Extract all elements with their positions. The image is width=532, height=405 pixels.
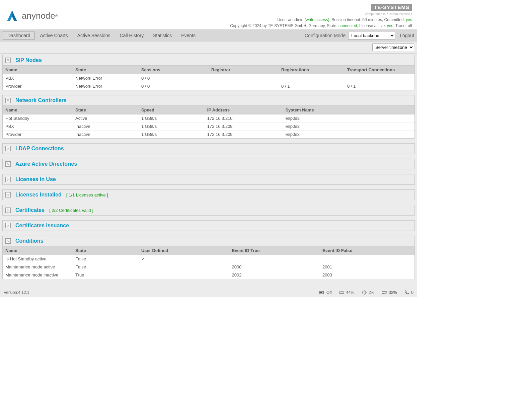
panel-header-cert-iss[interactable]: ▷ Certificates Issuance bbox=[3, 221, 414, 231]
table-row[interactable]: Hot StandbyActive1 GBit/s172.16.3.210enp… bbox=[3, 114, 414, 123]
col-state: State bbox=[73, 246, 139, 255]
panel-azure: ▷ Azure Active Directories bbox=[2, 159, 415, 169]
table-row[interactable]: PBXNetwork Error0 / 0 bbox=[3, 74, 414, 82]
panel-title: Certificates bbox=[15, 207, 45, 213]
cell-event-false: 2001 bbox=[320, 263, 414, 271]
timezone-select[interactable]: Server timezone bbox=[372, 44, 414, 51]
svg-rect-2 bbox=[320, 292, 322, 293]
col-name: Name bbox=[3, 106, 73, 114]
nav-bar: Dashboard Active Charts Active Sessions … bbox=[0, 29, 417, 42]
expand-icon[interactable]: ▷ bbox=[5, 208, 11, 213]
panel-header-ldap[interactable]: ▷ LDAP Connections bbox=[3, 144, 414, 154]
version-label: Version: bbox=[4, 290, 18, 295]
expand-icon[interactable]: ▷ bbox=[5, 146, 11, 151]
col-userdef: User Defined bbox=[139, 246, 229, 255]
session-line: User: anadmin (write access), Session ti… bbox=[230, 17, 412, 22]
nav-active-sessions[interactable]: Active Sessions bbox=[73, 31, 115, 39]
panel-header-sip[interactable]: ▽ SIP Nodes bbox=[3, 55, 414, 66]
cell-transport bbox=[345, 74, 414, 82]
panel-licenses-installed: ▷ Licenses Installed [ 1/1 Licenses acti… bbox=[2, 189, 415, 200]
svg-rect-10 bbox=[382, 292, 386, 293]
cell-state: Active bbox=[73, 114, 139, 123]
cell-ip: 172.16.3.210 bbox=[205, 114, 283, 123]
table-row[interactable]: ProviderInactive1 GBit/s172.16.3.209enp0… bbox=[3, 131, 414, 139]
table-row[interactable]: Maintenance mode inactiveTrue20022003 bbox=[3, 271, 414, 279]
cell-event-true bbox=[229, 255, 320, 263]
panel-header-conditions[interactable]: ▽ Conditions bbox=[3, 236, 414, 246]
nav-events[interactable]: Events bbox=[177, 31, 200, 39]
panel-title: Azure Active Directories bbox=[15, 161, 77, 167]
expand-icon[interactable]: ▷ bbox=[5, 161, 11, 167]
panel-title: Network Controllers bbox=[15, 97, 67, 103]
col-sessions: Sessions bbox=[139, 66, 209, 74]
panel-licenses-use: ▷ Licenses in Use bbox=[2, 174, 415, 185]
collapse-icon[interactable]: ▽ bbox=[5, 238, 11, 244]
logout-button[interactable]: Logout bbox=[400, 33, 414, 38]
panel-header-lic-inst[interactable]: ▷ Licenses Installed [ 1/1 Licenses acti… bbox=[3, 190, 414, 200]
cell-event-false: 2003 bbox=[320, 271, 414, 279]
cell-name: Provider bbox=[3, 82, 73, 90]
cell-sessions: 0 / 0 bbox=[139, 74, 209, 82]
svg-rect-1 bbox=[324, 292, 324, 293]
col-sysname: System Name bbox=[283, 106, 414, 114]
cell-name: PBX bbox=[3, 123, 73, 131]
expand-icon[interactable]: ▷ bbox=[5, 177, 11, 182]
cell-name: Maintenance mode active bbox=[3, 263, 73, 271]
anynode-icon bbox=[5, 9, 19, 23]
reg-mark: ® bbox=[55, 14, 58, 18]
col-registrar: Registrar bbox=[209, 66, 279, 74]
panel-title: Certificates Issuance bbox=[15, 223, 69, 229]
panel-annotation: [ 1/1 Licenses active ] bbox=[66, 192, 108, 197]
panel-title: Licenses Installed bbox=[15, 192, 62, 198]
table-row[interactable]: Maintenance mode activeFalse20002001 bbox=[3, 263, 414, 271]
battery-status: Off bbox=[319, 290, 332, 295]
expand-icon[interactable]: ▷ bbox=[5, 192, 11, 197]
cell-state: Inactive bbox=[73, 123, 139, 131]
cell-event-false bbox=[320, 255, 414, 263]
panel-header-lic-use[interactable]: ▷ Licenses in Use bbox=[3, 174, 414, 184]
panel-conditions: ▽ Conditions Name State User Defined Eve… bbox=[2, 236, 415, 279]
copyright-line: Copyright © 2024 by TE-SYSTEMS GmbH, Ger… bbox=[230, 23, 412, 28]
phone-icon bbox=[404, 290, 409, 295]
cell-name: Hot Standby bbox=[3, 114, 73, 123]
config-mode-select[interactable]: Local backend bbox=[348, 32, 395, 39]
brand-text: anynode bbox=[22, 11, 55, 21]
cell-ip: 172.16.3.209 bbox=[205, 131, 283, 139]
col-registrations: Registrations bbox=[279, 66, 345, 74]
panel-title: Licenses in Use bbox=[15, 176, 56, 182]
panel-header-cert[interactable]: ▷ Certificates [ 2/2 Certificates valid … bbox=[3, 205, 414, 215]
panel-network-controllers: ▽ Network Controllers Name State Speed I… bbox=[2, 95, 415, 139]
collapse-icon[interactable]: ▽ bbox=[5, 98, 11, 103]
panel-title: LDAP Connections bbox=[15, 146, 64, 152]
sip-table: Name State Sessions Registrar Registrati… bbox=[3, 66, 414, 90]
col-event-true: Event ID True bbox=[229, 246, 320, 255]
cell-userdef: ✓ bbox=[139, 255, 229, 263]
cell-userdef bbox=[139, 271, 229, 279]
cell-ip: 172.16.3.209 bbox=[205, 123, 283, 131]
panel-header-nc[interactable]: ▽ Network Controllers bbox=[3, 95, 414, 106]
disk-status: 44% bbox=[339, 290, 354, 295]
nav-dashboard[interactable]: Dashboard bbox=[3, 31, 35, 40]
timezone-bar: Server timezone bbox=[0, 42, 417, 54]
content: ▽ SIP Nodes Name State Sessions Registra… bbox=[0, 54, 417, 288]
table-row[interactable]: Is Hot Standby activeFalse✓ bbox=[3, 255, 414, 263]
cell-speed: 1 GBit/s bbox=[139, 131, 205, 139]
nav-active-charts[interactable]: Active Charts bbox=[36, 31, 72, 39]
table-row[interactable]: ProviderNetwork Error0 / 00 / 10 / 1 bbox=[3, 82, 414, 90]
brand-logo: anynode ® bbox=[5, 4, 58, 28]
col-name: Name bbox=[3, 246, 73, 255]
nav-statistics[interactable]: Statistics bbox=[149, 31, 176, 39]
cell-transport: 0 / 1 bbox=[345, 82, 414, 90]
cell-state: Network Error bbox=[73, 82, 139, 90]
table-row[interactable]: PBXInactive1 GBit/s172.16.3.209enp0s3 bbox=[3, 123, 414, 131]
collapse-icon[interactable]: ▽ bbox=[5, 58, 11, 63]
svg-rect-5 bbox=[363, 291, 366, 294]
expand-icon[interactable]: ▷ bbox=[5, 223, 11, 228]
panel-header-azure[interactable]: ▷ Azure Active Directories bbox=[3, 159, 414, 169]
cell-state: False bbox=[73, 255, 139, 263]
nav-call-history[interactable]: Call History bbox=[116, 31, 148, 39]
cell-registrar bbox=[209, 82, 279, 90]
cell-state: False bbox=[73, 263, 139, 271]
disk-icon bbox=[339, 290, 345, 295]
cell-name: Provider bbox=[3, 131, 73, 139]
